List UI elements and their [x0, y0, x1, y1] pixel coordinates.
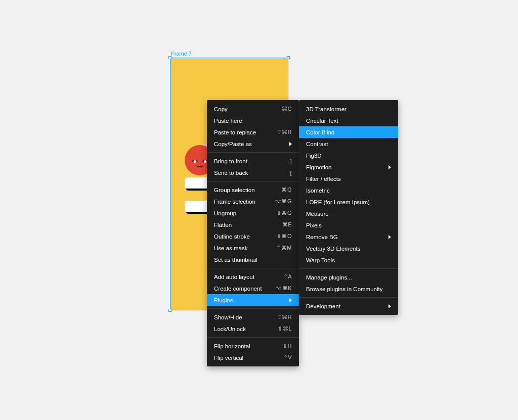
menu-item-label: Ungroup	[214, 210, 273, 216]
menu-item-shortcut: ]	[290, 158, 292, 164]
menu-item-shortcut: ⇧⌘L	[278, 325, 292, 332]
menu-item[interactable]: Browse plugins in Community	[299, 283, 398, 295]
menu-item[interactable]: Paste here	[207, 115, 299, 126]
menu-item[interactable]: Contrast	[299, 138, 398, 150]
menu-item[interactable]: Remove BG	[299, 231, 398, 243]
menu-item[interactable]: Add auto layout⇧A	[207, 271, 299, 283]
menu-item-label: Manage plugins...	[306, 274, 391, 281]
menu-separator	[299, 268, 398, 269]
menu-item-shortcut: ⌘E	[282, 221, 292, 228]
menu-item[interactable]: Bring to front]	[207, 155, 299, 167]
menu-item[interactable]: Isometric	[299, 184, 398, 196]
menu-item[interactable]: Paste to replace⇧⌘R	[207, 126, 299, 138]
selection-handle-top-left[interactable]	[168, 56, 171, 59]
menu-item[interactable]: Pixels	[299, 219, 398, 231]
menu-item[interactable]: Filter / effects	[299, 173, 398, 184]
menu-item-label: Flip horizontal	[214, 343, 279, 349]
menu-item[interactable]: Manage plugins...	[299, 271, 398, 283]
menu-item-shortcut: ⌃⌘M	[276, 245, 292, 251]
menu-item[interactable]: Plugins	[207, 294, 299, 306]
selection-handle-top-right[interactable]	[287, 56, 290, 59]
menu-separator	[207, 268, 299, 268]
mouth-icon	[196, 164, 203, 167]
menu-item-label: Browse plugins in Community	[306, 286, 391, 292]
menu-item[interactable]: Flip vertical⇧V	[207, 352, 299, 363]
menu-item-label: Plugins	[214, 297, 286, 303]
menu-item-label: Set as thumbnail	[214, 257, 292, 263]
selection-handle-bottom-left[interactable]	[168, 309, 171, 312]
menu-item-label: Create component	[214, 286, 271, 292]
menu-item-label: Frame selection	[214, 199, 271, 205]
menu-item-label: Flip vertical	[214, 355, 279, 361]
menu-item[interactable]: Group selection⌘G	[207, 184, 299, 196]
face-eyes	[192, 160, 208, 163]
menu-item-shortcut: ⇧A	[283, 273, 292, 280]
menu-item[interactable]: Warp Tools	[299, 254, 398, 266]
menu-item-label: Pixels	[306, 222, 391, 228]
menu-item[interactable]: Use as mask⌃⌘M	[207, 242, 299, 254]
menu-item-label: Development	[306, 303, 385, 309]
menu-item-label: Group selection	[214, 187, 277, 193]
menu-item-shortcut: ⌘C	[282, 106, 292, 112]
menu-item-label: Color Blind	[306, 129, 391, 135]
menu-item[interactable]: LORE (for Lorem Ipsum)	[299, 196, 398, 208]
menu-item[interactable]: Frame selection⌥⌘G	[207, 196, 299, 207]
menu-item-label: Copy	[214, 106, 278, 112]
menu-item-shortcut: ⇧V	[283, 354, 292, 361]
menu-item-shortcut: [	[290, 170, 292, 176]
menu-item-shortcut: ⇧⌘G	[277, 210, 292, 216]
menu-item-label: Measure	[306, 211, 391, 217]
menu-item[interactable]: Copy⌘C	[207, 103, 299, 115]
menu-item-label: Fig3D	[306, 153, 391, 159]
menu-item-label: Warp Tools	[306, 257, 391, 263]
menu-item-shortcut: ⌘G	[281, 186, 292, 193]
menu-item-shortcut: ⌥⌘K	[275, 285, 292, 292]
menu-item[interactable]: Development	[299, 300, 398, 312]
menu-item-label: LORE (for Lorem Ipsum)	[306, 199, 391, 205]
menu-item-label: Isometric	[306, 188, 391, 194]
menu-item[interactable]: Set as thumbnail	[207, 254, 299, 265]
menu-item-label: Paste here	[214, 118, 292, 124]
menu-item[interactable]: Ungroup⇧⌘G	[207, 207, 299, 219]
menu-item[interactable]: 3D Transformer	[299, 103, 398, 115]
menu-item-shortcut: ⇧⌘R	[277, 129, 292, 135]
menu-item-label: Contrast	[306, 141, 391, 147]
menu-item[interactable]: Measure	[299, 208, 398, 219]
menu-separator	[207, 181, 299, 181]
menu-item[interactable]: Vectary 3D Elements	[299, 243, 398, 254]
menu-item-shortcut: ⇧⌘O	[277, 233, 292, 240]
frame-label[interactable]: Frame 7	[171, 51, 192, 57]
menu-item-label: Use as mask	[214, 245, 272, 251]
menu-item[interactable]: Lock/Unlock⇧⌘L	[207, 323, 299, 335]
context-menu: Copy⌘CPaste herePaste to replace⇧⌘RCopy/…	[207, 100, 299, 366]
menu-item-label: Outline stroke	[214, 234, 273, 240]
menu-item[interactable]: Flatten⌘E	[207, 219, 299, 230]
menu-separator	[207, 308, 299, 309]
menu-item[interactable]: Fig3D	[299, 150, 398, 161]
menu-item[interactable]: Outline stroke⇧⌘O	[207, 230, 299, 242]
menu-item-label: Bring to front	[214, 158, 286, 164]
menu-item-label: Figmotion	[306, 164, 385, 170]
menu-item-label: Copy/Paste as	[214, 141, 286, 147]
menu-item-label: Filter / effects	[306, 176, 391, 182]
menu-item-label: Paste to replace	[214, 129, 273, 135]
menu-item[interactable]: Color Blind	[299, 126, 398, 138]
chevron-right-icon	[388, 235, 391, 239]
menu-item[interactable]: Flip horizontal⇧H	[207, 340, 299, 352]
plugins-submenu: 3D TransformerCircular TextColor BlindCo…	[299, 100, 398, 315]
menu-item[interactable]: Send to back[	[207, 167, 299, 178]
menu-separator	[207, 337, 299, 338]
menu-item-shortcut: ⇧⌘H	[277, 314, 292, 320]
menu-item-label: Flatten	[214, 222, 278, 228]
menu-separator	[207, 152, 299, 153]
menu-item[interactable]: Show/Hide⇧⌘H	[207, 311, 299, 323]
chevron-right-icon	[289, 298, 292, 302]
eye-icon	[192, 160, 198, 163]
menu-item-label: Show/Hide	[214, 314, 273, 320]
menu-item[interactable]: Figmotion	[299, 161, 398, 173]
menu-item[interactable]: Copy/Paste as	[207, 138, 299, 150]
menu-item-label: Remove BG	[306, 234, 385, 240]
menu-item-label: Add auto layout	[214, 274, 279, 280]
menu-item[interactable]: Create component⌥⌘K	[207, 283, 299, 294]
menu-item[interactable]: Circular Text	[299, 115, 398, 126]
